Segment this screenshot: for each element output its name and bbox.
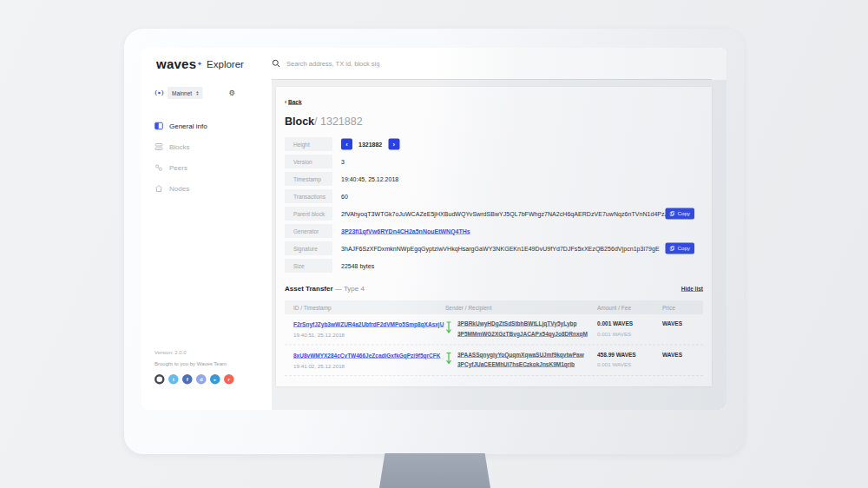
block-number: / 1321882 bbox=[314, 115, 363, 128]
app-name: Explorer bbox=[207, 58, 244, 70]
transfer-arrow-icon bbox=[445, 320, 452, 339]
tx-price: WAVES bbox=[662, 352, 703, 370]
blocks-icon bbox=[155, 142, 163, 151]
generator-address-link[interactable]: 3P23fi1qfVw6RYDn4CH2a5nNouEtWNQ4THs bbox=[341, 228, 470, 234]
detail-label: Timestamp bbox=[285, 172, 332, 186]
sidebar-item-nodes[interactable]: Nodes bbox=[155, 178, 272, 199]
back-link[interactable]: ‹ Back bbox=[285, 99, 703, 106]
network-select[interactable]: Mainnet ▴▾ bbox=[168, 87, 202, 99]
social-links: t f d ▸ r bbox=[155, 374, 234, 385]
screen: waves ✦ Explorer bbox=[141, 48, 727, 410]
telegram-icon[interactable]: ▸ bbox=[210, 374, 220, 385]
height-value: 1321882 bbox=[358, 141, 382, 148]
page-title: Block/ 1321882 bbox=[285, 115, 703, 129]
version-value: 3 bbox=[341, 158, 345, 165]
peers-icon bbox=[155, 163, 163, 172]
detail-label: Height bbox=[285, 137, 332, 151]
sender-address-link[interactable]: 3PAASSqnygiyYoQuqmXqwaSUJmf9kqvtwPaw bbox=[457, 352, 584, 359]
tx-fee: 0.001 WAVES bbox=[597, 331, 662, 337]
prev-block-button[interactable]: ‹ bbox=[341, 139, 352, 150]
sidebar-item-label: Peers bbox=[169, 164, 187, 172]
transfers-table-header: ID / Timestamp Sender / Recipient Amount… bbox=[285, 300, 703, 314]
detail-row-height: Height ‹ 1321882 › bbox=[285, 137, 703, 151]
sidebar-item-peers[interactable]: Peers bbox=[155, 157, 272, 178]
monitor-stand bbox=[379, 453, 490, 488]
waves-explorer-app: waves ✦ Explorer bbox=[141, 48, 727, 410]
detail-row-timestamp: Timestamp 19:40:45, 25.12.2018 bbox=[285, 172, 703, 186]
sidebar-nav: General info Blocks Peers bbox=[155, 115, 272, 199]
sidebar-item-blocks[interactable]: Blocks bbox=[155, 136, 272, 157]
transactions-value: 60 bbox=[341, 193, 348, 200]
twitter-icon[interactable]: t bbox=[168, 374, 179, 385]
network-icon bbox=[155, 89, 164, 96]
size-value: 22548 bytes bbox=[341, 262, 374, 269]
monitor-frame: waves ✦ Explorer bbox=[124, 29, 744, 454]
select-caret-icon: ▴▾ bbox=[196, 90, 198, 96]
search-input[interactable] bbox=[286, 60, 712, 68]
detail-row-transactions: Transactions 60 bbox=[285, 189, 703, 203]
network-select-value: Mainnet bbox=[172, 89, 192, 96]
detail-row-size: Size 22548 bytes bbox=[285, 259, 703, 273]
tx-fee: 0.001 WAVES bbox=[597, 362, 662, 368]
transfer-row: F2rSnyfJZyb3wWZUR4a2UbfrdF2dVMPo5Smp8qXA… bbox=[285, 314, 703, 346]
detail-row-generator: Generator 3P23fi1qfVw6RYDn4CH2a5nNouEtWN… bbox=[285, 224, 703, 238]
app-version: Version: 2.0.0 bbox=[155, 349, 234, 355]
gear-icon[interactable]: ⚙ bbox=[228, 89, 235, 98]
block-card: ‹ Back Block/ 1321882 Height ‹ 1321882 › bbox=[276, 87, 712, 386]
tx-timestamp: 19:41:02, 25.12.2018 bbox=[293, 363, 445, 369]
logo-wordmark: waves bbox=[156, 56, 196, 71]
parent-block-value: 2fVAhyoqT3WTGk7oJuWCAZeE5jHXBudWQYvSwrdS… bbox=[341, 210, 672, 217]
detail-row-version: Version 3 bbox=[285, 155, 703, 168]
waves-star-icon: ✦ bbox=[197, 60, 202, 68]
transfer-arrow-icon bbox=[445, 352, 452, 370]
detail-label: Signature bbox=[285, 241, 332, 255]
recipient-address-link[interactable]: 3PCyfJUaCEEMhUi7hsECzkokJnsK9M1qrib bbox=[457, 361, 584, 368]
tx-amount: 458.99 WAVES bbox=[597, 352, 662, 359]
recipient-address-link[interactable]: 3P5MMmWG2XGzTBvgJACAPx54qyJo8DRnxqM bbox=[457, 331, 588, 338]
tx-id-link[interactable]: F2rSnyfJZyb3wWZUR4a2UbfrdF2dVMPo5Smp8qXA… bbox=[293, 321, 444, 328]
detail-row-parent-block: Parent block 2fVAhyoqT3WTGk7oJuWCAZeE5jH… bbox=[285, 207, 703, 221]
tx-timestamp: 19:40:51, 25.12.2018 bbox=[293, 333, 445, 339]
sidebar-footer: Version: 2.0.0 Brought to you by Waves T… bbox=[155, 349, 234, 385]
signature-value: 3hAJF6SzXFDxmknNWpEgqGyptziwVHkqHsargGaW… bbox=[341, 245, 660, 252]
detail-label: Size bbox=[285, 259, 332, 273]
sender-address-link[interactable]: 3PBRkUwyHDgZtSdStbhBWtLLjqTVy5yLybp bbox=[457, 320, 588, 327]
next-block-button[interactable]: › bbox=[388, 139, 399, 150]
app-header: waves ✦ Explorer bbox=[141, 48, 727, 80]
detail-label: Generator bbox=[285, 224, 332, 238]
detail-label: Transactions bbox=[285, 189, 332, 203]
tx-amount: 0.001 WAVES bbox=[597, 320, 662, 327]
nodes-icon bbox=[155, 184, 163, 193]
reddit-icon[interactable]: r bbox=[224, 374, 234, 385]
sidebar-item-general-info[interactable]: General info bbox=[155, 115, 272, 136]
search-icon bbox=[272, 59, 280, 68]
copy-parent-block-button[interactable]: Copy bbox=[665, 208, 694, 220]
tx-id-link[interactable]: 8xU8vWMYX284cCvTW466JeZcadiGxfkGqPzi9f5q… bbox=[293, 353, 440, 359]
block-title: Block bbox=[285, 115, 314, 128]
hide-list-link[interactable]: Hide list bbox=[681, 286, 703, 293]
general-info-icon bbox=[155, 122, 163, 130]
col-sender-recipient: Sender / Recipient bbox=[445, 304, 597, 311]
detail-row-signature: Signature 3hAJF6SzXFDxmknNWpEgqGyptziwVH… bbox=[285, 241, 703, 255]
sidebar-item-label: Blocks bbox=[169, 143, 190, 151]
block-details: Height ‹ 1321882 › Version 3 bbox=[285, 137, 703, 273]
col-id-timestamp: ID / Timestamp bbox=[293, 304, 445, 311]
facebook-icon[interactable]: f bbox=[182, 374, 193, 385]
sidebar-item-label: Nodes bbox=[169, 185, 189, 193]
search-bar bbox=[272, 48, 712, 80]
copy-signature-button[interactable]: Copy bbox=[665, 243, 694, 254]
sidebar-item-label: General info bbox=[169, 122, 207, 130]
timestamp-value: 19:40:45, 25.12.2018 bbox=[341, 175, 398, 182]
sidebar: Mainnet ▴▾ ⚙ General info bbox=[141, 80, 272, 410]
tx-price: WAVES bbox=[662, 320, 703, 339]
col-amount-fee: Amount / Fee bbox=[597, 304, 662, 311]
col-price: Price bbox=[662, 304, 703, 311]
detail-label: Version bbox=[285, 155, 332, 168]
github-icon[interactable] bbox=[155, 374, 165, 385]
transfer-row: 8xU8vWMYX284cCvTW466JeZcadiGxfkGqPzi9f5q… bbox=[285, 346, 703, 377]
credit-text: Brought to you by Waves Team bbox=[155, 360, 234, 366]
main-area: ‹ Back Block/ 1321882 Height ‹ 1321882 › bbox=[272, 80, 727, 410]
detail-label: Parent block bbox=[285, 207, 332, 221]
discord-icon[interactable]: d bbox=[196, 374, 207, 385]
section-title: Asset Transfer — Type 4 bbox=[285, 285, 365, 293]
